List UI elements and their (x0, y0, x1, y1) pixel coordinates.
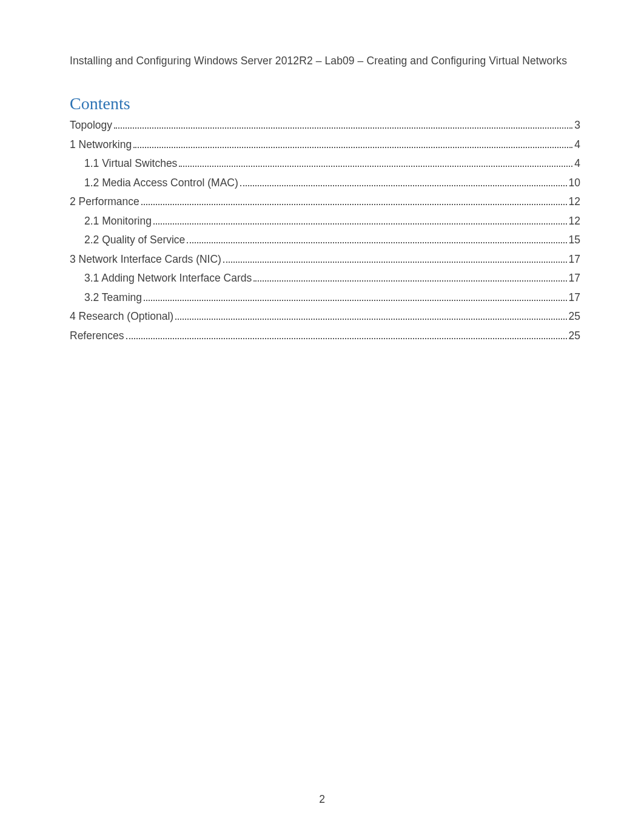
toc-entry-label: 2.1 Monitoring (84, 216, 152, 227)
toc-entry-page: 15 (569, 235, 580, 246)
toc-entry-page: 4 (574, 158, 580, 169)
toc-entry-leader (223, 262, 567, 263)
toc-entry[interactable]: 1.2 Media Access Control (MAC) 10 (70, 174, 580, 193)
toc-entry-page: 3 (574, 120, 580, 131)
toc-entry-label: References (70, 331, 124, 342)
toc-entry-leader (253, 280, 566, 282)
toc-entry[interactable]: References 25 (70, 326, 580, 346)
toc-entry-page: 17 (569, 254, 580, 265)
toc-entry-page: 25 (569, 331, 580, 342)
page-number: 2 (0, 793, 644, 806)
toc-entry-label: 1 Networking (70, 140, 132, 150)
toc-entry[interactable]: 2 Performance 12 (70, 192, 580, 212)
toc-entry-leader (240, 185, 567, 186)
toc-entry-label: 2 Performance (70, 197, 139, 208)
toc-entry-page: 17 (569, 292, 580, 303)
document-page: Installing and Configuring Windows Serve… (0, 0, 644, 835)
toc-entry-page: 17 (569, 273, 580, 284)
toc-entry-label: 1.1 Virtual Switches (84, 158, 177, 169)
toc-entry-leader (153, 223, 567, 225)
toc-entry[interactable]: 3 Network Interface Cards (NIC) 17 (70, 250, 580, 269)
toc-entry-leader (133, 147, 572, 148)
toc-entry-label: 3.1 Adding Network Interface Cards (84, 273, 252, 284)
toc-entry-leader (144, 300, 567, 301)
toc-entry-label: 1.2 Media Access Control (MAC) (84, 178, 238, 189)
toc-entry[interactable]: 2.2 Quality of Service 15 (70, 231, 580, 250)
toc-entry[interactable]: Topology 3 (70, 116, 580, 135)
toc-entry-page: 25 (569, 311, 580, 322)
toc-entry-label: 2.2 Quality of Service (84, 235, 185, 246)
contents-title: Contents (70, 94, 580, 113)
toc-entry-leader (175, 319, 566, 320)
page-header: Installing and Configuring Windows Serve… (70, 55, 580, 67)
table-of-contents: Topology 3 1 Networking 4 1.1 Virtual Sw… (70, 116, 580, 345)
toc-entry[interactable]: 1 Networking 4 (70, 135, 580, 155)
toc-entry-page: 12 (569, 197, 580, 208)
toc-entry[interactable]: 3.1 Adding Network Interface Cards 17 (70, 269, 580, 288)
toc-entry-leader (126, 338, 567, 339)
toc-entry-page: 10 (569, 178, 580, 189)
toc-entry[interactable]: 3.2 Teaming 17 (70, 288, 580, 308)
toc-entry-label: 3 Network Interface Cards (NIC) (70, 254, 221, 265)
toc-entry-leader (114, 127, 572, 129)
toc-entry-label: 3.2 Teaming (84, 292, 142, 303)
toc-entry[interactable]: 1.1 Virtual Switches 4 (70, 154, 580, 174)
toc-entry-label: 4 Research (Optional) (70, 311, 173, 322)
toc-entry-leader (179, 166, 572, 167)
toc-entry-page: 4 (574, 140, 580, 150)
toc-entry-leader (141, 204, 567, 205)
toc-entry-label: Topology (70, 120, 112, 131)
toc-entry-page: 12 (569, 216, 580, 227)
toc-entry[interactable]: 4 Research (Optional) 25 (70, 307, 580, 326)
toc-entry-leader (187, 242, 566, 243)
toc-entry[interactable]: 2.1 Monitoring 12 (70, 212, 580, 231)
